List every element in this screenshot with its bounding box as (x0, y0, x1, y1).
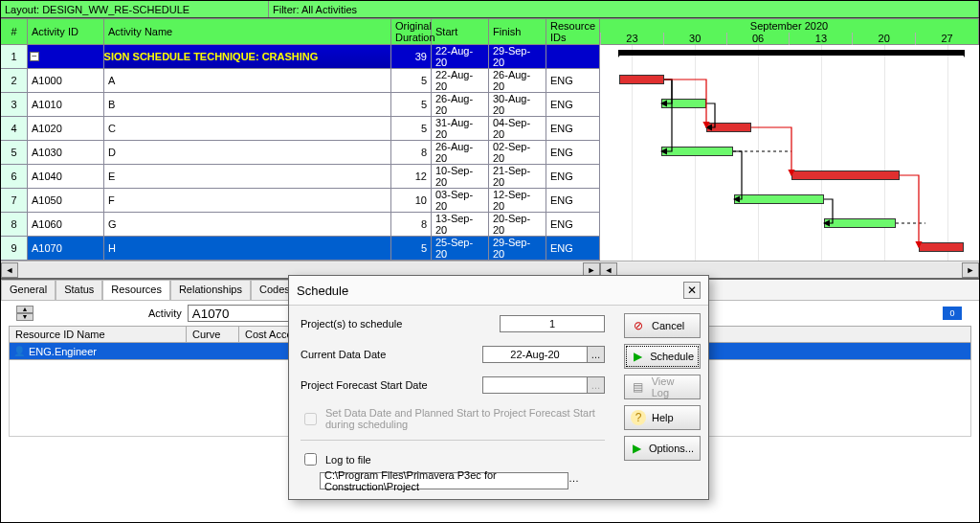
tick: 13 (789, 33, 852, 46)
table-row[interactable]: 8 A1060 G 8 13-Sep-20 20-Sep-20 ENG (1, 213, 600, 237)
play-icon: ▶ (631, 441, 643, 456)
cancel-icon: ⊘ (631, 318, 646, 333)
gantt-bar-critical[interactable] (919, 242, 964, 252)
table-row[interactable]: 5 A1030 D 8 26-Aug-20 02-Sep-20 ENG (1, 141, 600, 165)
col-activity-id[interactable]: Activity ID (28, 18, 104, 45)
close-icon: ✕ (687, 284, 697, 297)
table-row[interactable]: 3 A1010 B 5 26-Aug-20 30-Aug-20 ENG (1, 93, 600, 117)
gantt-bar-critical[interactable] (619, 75, 664, 84)
forecast-start-label: Project Forecast Start Date (301, 379, 428, 391)
col-resource-ids[interactable]: Resource IDs (546, 18, 600, 45)
ellipsis-icon: … (591, 350, 601, 360)
gantt-timescale: September 2020 23 30 06 13 20 27 (600, 18, 979, 45)
date-picker-button[interactable]: … (588, 346, 605, 363)
col-resource-id-name[interactable]: Resource ID Name (10, 327, 187, 342)
tab-general[interactable]: General (1, 280, 56, 300)
activity-spinner[interactable]: ▲ ▼ (16, 306, 33, 321)
gantt-bar[interactable] (661, 147, 733, 156)
table-row[interactable]: 6 A1040 E 12 10-Sep-20 21-Sep-20 ENG (1, 165, 600, 189)
tick: 06 (726, 33, 790, 46)
options-button[interactable]: ▶ Options... (624, 436, 701, 461)
tab-relationships[interactable]: Relationships (170, 280, 251, 300)
forecast-start-field (482, 376, 588, 394)
current-data-date-label: Current Data Date (301, 349, 386, 360)
col-activity-name[interactable]: Activity Name (104, 18, 391, 45)
timescale-days: 23 30 06 13 20 27 (600, 33, 978, 46)
collapse-icon[interactable]: − (30, 52, 39, 61)
table-row[interactable]: 7 A1050 F 10 03-Sep-20 12-Sep-20 ENG (1, 189, 600, 213)
scroll-left-icon[interactable]: ◄ (1, 262, 18, 278)
date-picker-button-disabled: … (588, 376, 605, 394)
table-row-selected[interactable]: 9 A1070 H 5 25-Sep-20 29-Sep-20 ENG (1, 237, 600, 261)
ellipsis-icon: … (568, 472, 579, 484)
col-curve[interactable]: Curve (187, 327, 239, 342)
table-row[interactable]: 4 A1020 C 5 31-Aug-20 04-Sep-20 ENG (1, 117, 600, 141)
schedule-dialog: Schedule ✕ Project(s) to schedule 1 Curr… (288, 275, 709, 500)
col-start[interactable]: Start (432, 18, 489, 45)
dialog-title: Schedule (297, 284, 348, 298)
log-to-file-label: Log to file (325, 454, 371, 466)
log-to-file-checkbox[interactable] (304, 453, 317, 466)
gantt-bar[interactable] (824, 218, 896, 228)
scroll-right-icon[interactable]: ► (962, 262, 979, 278)
tick: 23 (600, 33, 663, 46)
count-badge: 0 (943, 307, 962, 320)
tick: 30 (663, 33, 726, 46)
activity-table[interactable]: 1 − COMPRESSION SCHEDULE TECHNIQUE: CRAS… (1, 45, 600, 261)
projects-count-field: 1 (500, 315, 605, 332)
close-button[interactable]: ✕ (683, 282, 701, 299)
help-button[interactable]: ? Help (624, 405, 701, 430)
projects-to-schedule-label: Project(s) to schedule (301, 318, 402, 330)
person-icon: 👤 (12, 345, 26, 358)
activity-id-field[interactable] (188, 305, 302, 322)
timescale-month: September 2020 (600, 19, 978, 33)
filter-label: Filter: All Activities (269, 1, 979, 17)
tick: 27 (915, 33, 978, 46)
gantt-bar-critical[interactable] (791, 171, 900, 180)
cancel-button[interactable]: ⊘ Cancel (624, 313, 701, 338)
schedule-button[interactable]: ▶ Schedule (624, 344, 701, 369)
ellipsis-icon: … (591, 380, 601, 391)
tick: 20 (852, 33, 915, 46)
help-icon: ? (631, 410, 646, 425)
col-seq[interactable]: # (1, 18, 28, 45)
play-icon: ▶ (631, 349, 644, 364)
col-finish[interactable]: Finish (489, 18, 546, 45)
gantt-bar-critical[interactable] (706, 123, 751, 132)
table-row[interactable]: 2 A1000 A 5 22-Aug-20 26-Aug-20 ENG (1, 69, 600, 93)
col-original-duration[interactable]: Original Duration (391, 18, 432, 45)
log-path-field[interactable]: C:\Program Files\Primavera P3ec for Cons… (320, 472, 568, 489)
activity-label: Activity (148, 307, 182, 319)
column-header-row: # Activity ID Activity Name Original Dur… (1, 18, 979, 45)
summary-bar (619, 50, 964, 56)
set-data-date-checkbox (304, 413, 317, 425)
set-data-date-label: Set Data Date and Planned Start to Proje… (325, 407, 605, 430)
document-icon: ▤ (631, 379, 646, 395)
current-data-date-field[interactable]: 22-Aug-20 (482, 346, 588, 363)
resource-name: ENG.Engineer (29, 346, 97, 357)
gantt-bar[interactable] (734, 194, 824, 204)
wbs-summary-row[interactable]: 1 − COMPRESSION SCHEDULE TECHNIQUE: CRAS… (1, 45, 600, 69)
tab-status[interactable]: Status (56, 280, 102, 300)
gantt-bar[interactable] (661, 99, 706, 108)
spinner-up-icon[interactable]: ▲ (16, 306, 33, 313)
view-log-button: ▤ View Log (624, 375, 701, 399)
layout-bar: Layout: DESIGN_WW_RE-SCHEDULE Filter: Al… (1, 1, 979, 18)
spinner-down-icon[interactable]: ▼ (16, 313, 33, 321)
gantt-chart[interactable] (600, 45, 979, 261)
layout-label: Layout: DESIGN_WW_RE-SCHEDULE (1, 1, 269, 17)
tab-resources[interactable]: Resources (102, 280, 170, 300)
browse-button[interactable]: … (568, 472, 579, 489)
